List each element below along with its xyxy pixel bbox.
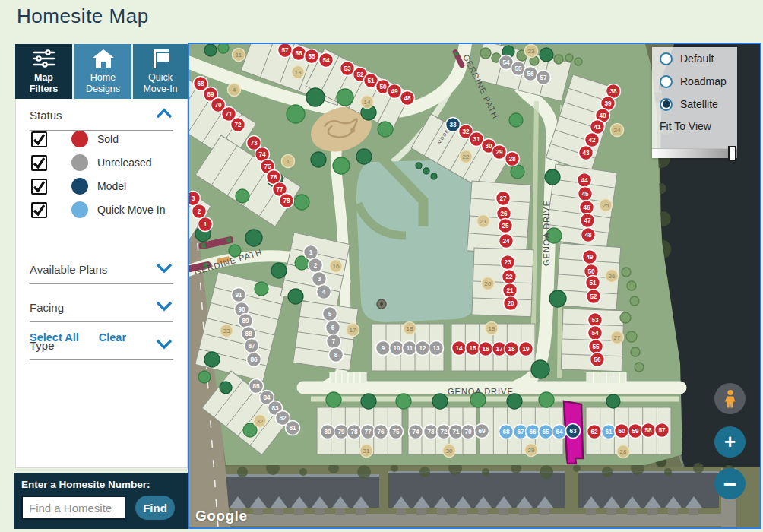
checkbox[interactable] [31,202,47,218]
lot-marker[interactable]: 59 [628,424,643,439]
block-number-marker[interactable]: 17 [347,324,359,337]
block-number-marker[interactable]: 4 [228,84,241,97]
lot-marker[interactable]: 22 [502,270,517,284]
checkbox[interactable] [31,179,47,195]
block-number-marker[interactable]: 22 [460,150,473,163]
lot-marker[interactable]: 12 [416,341,430,356]
lot-marker[interactable]: 11 [403,341,417,356]
lot-marker[interactable]: 54 [588,326,603,340]
lot-marker[interactable]: 77 [361,425,375,439]
lot-marker[interactable]: 60 [615,424,629,439]
lot-marker[interactable]: 49 [388,84,402,99]
lot-marker[interactable]: 19 [519,342,533,356]
lot-marker[interactable]: 68 [499,425,514,439]
lot-marker[interactable]: 16 [479,342,493,356]
lot-marker[interactable]: 45 [578,187,593,201]
lot-marker[interactable]: 87 [245,339,259,353]
lot-marker[interactable]: 10 [390,341,404,356]
lot-marker[interactable]: 2 [309,258,323,273]
lot-marker[interactable]: 91 [232,288,246,302]
lot-marker[interactable]: 56 [524,67,538,81]
lot-marker[interactable]: 61 [602,425,616,439]
lot-marker[interactable]: 80 [321,425,335,439]
tab-quick-move-in[interactable]: Quick Move-In [133,44,188,99]
block-number-marker[interactable]: 21 [477,215,490,228]
lot-marker[interactable]: 69 [475,424,489,439]
lot-marker[interactable]: 65 [539,425,553,439]
lot-marker[interactable]: 25 [499,219,513,233]
lot-marker[interactable]: 89 [239,314,253,328]
block-number-marker[interactable]: 14 [361,96,374,109]
lot-marker[interactable]: 7 [327,334,341,349]
lot-marker[interactable]: 29 [492,145,507,160]
lot-marker[interactable]: 27 [496,192,511,206]
block-number-marker[interactable]: 27 [611,331,624,344]
lot-marker[interactable]: 63 [566,424,581,439]
lot-marker[interactable]: 81 [286,421,300,435]
zoom-in-button[interactable]: + [714,426,746,458]
lot-marker[interactable]: 73 [424,425,438,439]
scrollbar-thumb[interactable] [728,146,736,161]
radio-icon[interactable] [660,75,673,88]
lot-marker[interactable]: 79 [334,425,349,439]
section-header-type[interactable]: Type [30,338,173,352]
checkbox[interactable] [31,131,47,147]
lot-marker[interactable]: 48 [581,228,596,242]
lot-marker[interactable]: 78 [347,425,362,439]
lot-marker[interactable]: 72 [231,118,245,132]
lot-marker[interactable]: 41 [590,120,605,135]
lot-marker[interactable]: 14 [452,341,467,356]
lot-marker[interactable]: 51 [586,276,600,290]
lot-marker[interactable]: 57 [655,423,670,438]
lot-marker[interactable]: 44 [578,173,592,188]
block-number-marker[interactable]: 25 [600,199,613,212]
block-number-marker[interactable]: 31 [360,445,373,458]
lot-marker[interactable]: 1 [304,245,318,260]
lot-marker[interactable]: 48 [400,91,415,106]
lot-marker[interactable]: 62 [587,425,602,439]
lot-marker[interactable]: 64 [552,425,567,439]
block-number-marker[interactable]: 18 [404,322,416,335]
lot-marker[interactable]: 24 [499,234,514,249]
lot-marker[interactable]: 3 [312,272,327,287]
lot-marker[interactable]: 75 [389,425,404,439]
find-button[interactable]: Find [135,496,175,520]
radio-icon[interactable] [660,52,673,65]
checkbox[interactable] [31,155,47,171]
lot-marker[interactable]: 1 [198,217,213,232]
block-number-marker[interactable]: 19 [486,322,499,335]
block-number-marker[interactable]: 33 [220,325,233,337]
lot-marker[interactable]: 13 [429,341,444,356]
lot-marker[interactable]: 9 [376,341,391,356]
lot-marker[interactable]: 2 [192,204,207,219]
lot-marker[interactable]: 56 [590,353,605,367]
lot-marker[interactable]: 28 [505,152,520,166]
status-section-header[interactable]: Status [30,108,173,122]
lot-marker[interactable]: 49 [583,250,597,264]
radio-icon[interactable] [660,98,673,111]
pegman-control[interactable] [714,383,746,414]
block-number-marker[interactable]: 28 [617,445,630,458]
lot-marker[interactable]: 15 [466,341,480,356]
section-header-available-plans[interactable]: Available Plans [30,262,173,276]
homesite-search-input[interactable] [21,496,126,520]
lot-marker[interactable]: 53 [588,313,603,328]
block-number-marker[interactable]: 1 [282,155,295,168]
lot-marker[interactable]: 43 [579,146,594,160]
block-number-marker[interactable]: 30 [443,445,456,458]
tab-map-filters[interactable]: Map Filters [15,44,72,99]
lot-marker[interactable]: 33 [446,118,461,132]
view-option-default[interactable]: Default [652,47,737,70]
lot-marker[interactable]: 23 [501,255,515,270]
fit-to-view-button[interactable]: Fit To View [652,116,737,132]
lot-marker[interactable]: 57 [278,44,293,58]
lot-marker[interactable]: 78 [280,194,294,208]
lot-marker[interactable]: 85 [249,379,264,394]
view-option-satellite[interactable]: Satellite [652,93,737,116]
lot-marker[interactable]: 54 [319,53,334,68]
lot-marker[interactable]: 21 [503,283,518,298]
lot-marker[interactable]: 58 [641,423,656,438]
block-number-marker[interactable]: 32 [254,415,267,428]
lot-marker[interactable]: 18 [505,342,519,356]
block-number-marker[interactable]: 11 [233,49,245,62]
